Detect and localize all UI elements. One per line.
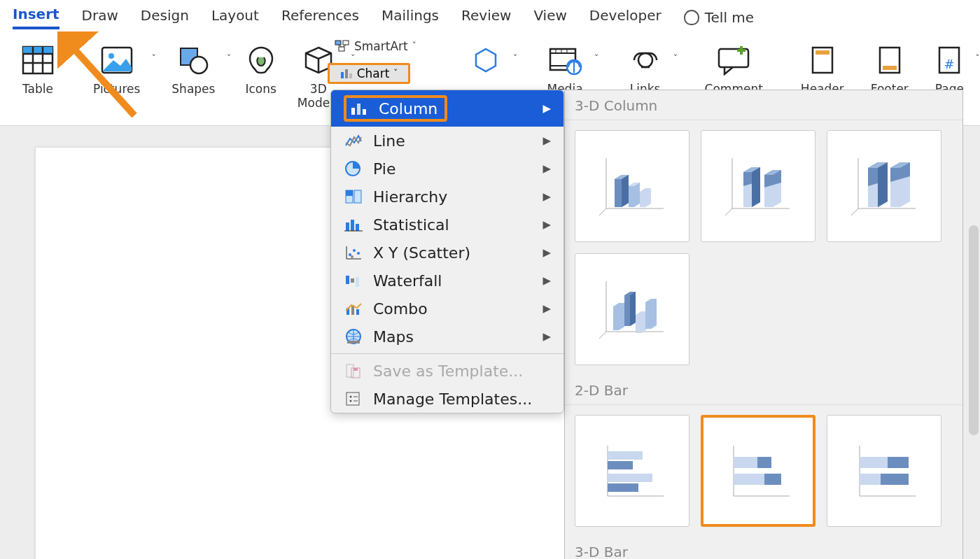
shapes-button[interactable]: Shapes <box>163 42 223 120</box>
svg-rect-97 <box>860 474 881 485</box>
svg-rect-32 <box>341 72 344 78</box>
svg-rect-91 <box>734 474 764 485</box>
chart-type-scatter[interactable]: X Y (Scatter) ▶ <box>331 239 564 267</box>
maps-label: Maps <box>373 328 414 346</box>
line-label: Line <box>373 132 405 150</box>
svg-rect-83 <box>608 451 643 460</box>
chart-type-column[interactable]: Column ▶ <box>331 90 564 127</box>
tab-layout[interactable]: Layout <box>211 7 259 28</box>
tab-view[interactable]: View <box>533 7 566 28</box>
pie-chart-icon <box>344 160 363 178</box>
icons-button[interactable]: Icons <box>237 42 284 120</box>
link-icon <box>629 48 662 73</box>
chart-gallery: 3-D Column <box>564 90 963 559</box>
column-label: Column <box>379 100 438 118</box>
tab-design[interactable]: Design <box>141 7 189 28</box>
tab-mailings[interactable]: Mailings <box>382 7 439 28</box>
pictures-caret[interactable]: ˇ <box>151 53 156 64</box>
column-chart-icon <box>349 99 369 118</box>
svg-line-71 <box>599 208 606 215</box>
pictures-button[interactable]: Pictures <box>85 42 148 120</box>
svg-rect-38 <box>363 109 366 115</box>
chart-type-maps[interactable]: Maps ▶ <box>331 323 564 351</box>
svg-rect-29 <box>339 47 344 51</box>
svg-point-51 <box>357 252 360 255</box>
save-template-label: Save as Template... <box>373 362 523 380</box>
manage-templates-icon <box>344 390 363 408</box>
svg-rect-98 <box>881 474 909 485</box>
combo-chart-icon <box>344 299 363 318</box>
svg-rect-36 <box>351 108 355 115</box>
section-2d-bar: 2-D Bar <box>565 375 962 405</box>
chart-button[interactable]: Chart ˇ <box>328 63 410 84</box>
smartart-button[interactable]: SmartArt ˇ <box>335 39 416 53</box>
manage-templates[interactable]: Manage Templates... <box>331 385 564 413</box>
svg-rect-58 <box>356 309 359 315</box>
scrollbar[interactable] <box>967 222 980 530</box>
tab-draw[interactable]: Draw <box>82 7 118 28</box>
svg-rect-42 <box>354 190 361 203</box>
chart-type-pie[interactable]: Pie ▶ <box>331 155 564 183</box>
caret-right-icon: ▶ <box>542 302 551 315</box>
tellme-label: Tell me <box>705 9 754 26</box>
chart-thumb-3d-clustered-column[interactable] <box>575 130 690 242</box>
svg-rect-28 <box>343 41 349 45</box>
table-button[interactable]: Table <box>13 42 63 120</box>
svg-rect-86 <box>608 483 638 492</box>
tab-references[interactable]: References <box>281 7 359 28</box>
chart-type-combo[interactable]: Combo ▶ <box>331 295 564 323</box>
chart-thumb-3d-100-stacked-column[interactable] <box>827 130 941 242</box>
chart-type-statistical[interactable]: Statistical ▶ <box>331 211 564 239</box>
addins-caret[interactable]: ˇ <box>512 53 517 64</box>
svg-point-50 <box>353 249 356 252</box>
comment-icon <box>716 45 751 76</box>
media-caret[interactable]: ˇ <box>594 53 599 64</box>
save-template-icon <box>344 362 363 380</box>
tab-review[interactable]: Review <box>461 7 511 28</box>
caret-right-icon: ▶ <box>542 102 551 115</box>
tell-me[interactable]: Tell me <box>684 9 754 26</box>
svg-rect-55 <box>356 277 359 287</box>
chart-label: Chart <box>357 66 390 80</box>
line-chart-icon <box>344 132 363 150</box>
svg-rect-90 <box>757 457 771 468</box>
svg-point-52 <box>351 255 354 258</box>
shapes-label: Shapes <box>172 83 215 97</box>
svg-rect-33 <box>345 69 348 78</box>
links-caret[interactable]: ˇ <box>673 53 678 64</box>
svg-rect-27 <box>335 41 341 45</box>
chart-thumb-2d-100-stacked-bar[interactable] <box>827 415 941 527</box>
tab-developer[interactable]: Developer <box>589 7 662 28</box>
svg-point-49 <box>349 253 351 256</box>
combo-label: Combo <box>373 300 428 318</box>
shapes-caret[interactable]: ˇ <box>226 53 231 64</box>
chart-type-waterfall[interactable]: Waterfall ▶ <box>331 267 564 295</box>
table-caret[interactable]: ˇ <box>66 53 71 64</box>
statistical-label: Statistical <box>373 216 449 234</box>
chart-thumb-3d-stacked-column[interactable] <box>701 130 816 242</box>
section-3d-bar: 3-D Bar <box>565 537 962 559</box>
caret-right-icon: ▶ <box>542 246 551 259</box>
chart-type-hierarchy[interactable]: Hierarchy ▶ <box>331 183 564 211</box>
save-as-template: Save as Template... <box>331 357 564 385</box>
page-caret[interactable]: ˇ <box>975 53 980 64</box>
svg-rect-64 <box>346 392 359 405</box>
svg-rect-37 <box>357 104 360 115</box>
hierarchy-label: Hierarchy <box>373 188 447 206</box>
scrollbar-thumb[interactable] <box>969 225 979 435</box>
chart-thumb-2d-clustered-bar[interactable] <box>575 415 690 527</box>
chart-thumb-3d-column[interactable] <box>575 253 690 365</box>
svg-rect-45 <box>356 224 359 231</box>
chevron-down-icon: ˇ <box>393 69 398 78</box>
chart-type-line[interactable]: Line ▶ <box>331 127 564 155</box>
svg-rect-43 <box>346 222 349 231</box>
chart-type-menu: Column ▶ Line ▶ Pie ▶ Hierarchy ▶ Statis… <box>330 90 564 413</box>
tab-insert[interactable]: Insert <box>13 6 59 29</box>
bulb-icon <box>684 10 699 25</box>
pictures-label: Pictures <box>93 83 140 97</box>
scatter-chart-icon <box>344 243 363 262</box>
chart-thumb-2d-stacked-bar[interactable] <box>701 415 816 527</box>
pie-label: Pie <box>373 160 396 178</box>
page-number-icon: # <box>937 45 962 76</box>
svg-point-66 <box>350 400 352 402</box>
